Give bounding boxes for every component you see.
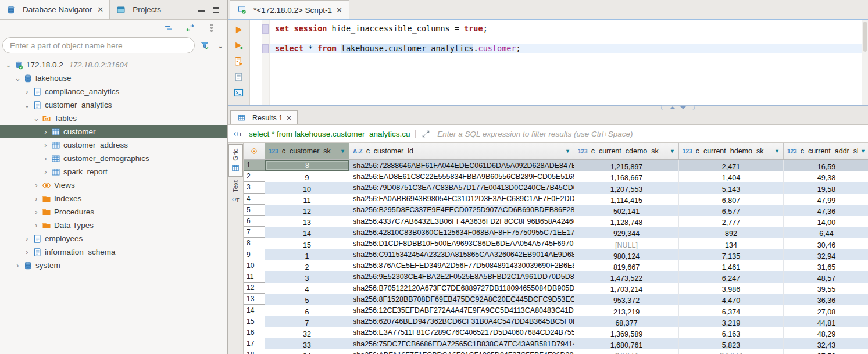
- grid-cell[interactable]: 819,667: [574, 260, 679, 271]
- explain-plan-icon[interactable]: [234, 71, 244, 82]
- minimize-icon[interactable]: [198, 10, 205, 12]
- tree-item-customer-analytics[interactable]: ⌄customer_analytics: [0, 98, 227, 112]
- grid-cell[interactable]: 2: [265, 260, 349, 271]
- sort-dropdown-icon[interactable]: ▼: [670, 148, 675, 154]
- grid-cell[interactable]: 1,473,522: [574, 271, 679, 283]
- grid-cell[interactable]: 48,57: [784, 271, 868, 283]
- grid-cell[interactable]: 47,99: [784, 194, 868, 205]
- grid-cell[interactable]: 34: [265, 349, 349, 354]
- grid-cell[interactable]: 3: [265, 271, 349, 283]
- grid-cell[interactable]: 6,807: [679, 194, 784, 205]
- filter-expression-input[interactable]: Enter a SQL expression to filter results…: [437, 130, 864, 138]
- grid-cell[interactable]: 32: [265, 327, 349, 338]
- sash-collapse-handle[interactable]: [661, 105, 695, 110]
- grid-cell[interactable]: 1,207,553: [574, 182, 679, 193]
- tree-expander-icon[interactable]: ⌄: [13, 74, 23, 83]
- tree-expander-icon[interactable]: ›: [41, 127, 51, 136]
- grid-cell[interactable]: 1: [265, 249, 349, 260]
- grid-cell[interactable]: 33: [265, 338, 349, 349]
- grid-cell[interactable]: 4,470: [679, 294, 784, 305]
- row-number[interactable]: 13: [244, 294, 265, 305]
- close-icon[interactable]: ✕: [336, 6, 342, 15]
- tree-item-tables[interactable]: ⌄Tables: [0, 112, 227, 125]
- tree-expander-icon[interactable]: ›: [31, 208, 41, 216]
- grid-cell[interactable]: 27,08: [784, 305, 868, 316]
- row-number[interactable]: 1: [244, 160, 265, 171]
- grid-cell[interactable]: 11: [265, 194, 349, 205]
- tree-item-lakehouse[interactable]: ⌄lakehouse: [0, 71, 227, 85]
- tree-item-system[interactable]: ›system: [0, 259, 227, 272]
- execute-script-icon[interactable]: [234, 56, 244, 66]
- tree-expander-icon[interactable]: ›: [31, 194, 41, 203]
- sql-code-area[interactable]: set session hide_inaccessible_columns = …: [250, 20, 868, 105]
- grid-cell[interactable]: [NULL]: [574, 349, 679, 354]
- grid-cell[interactable]: 6,247: [679, 271, 784, 283]
- grid-cell[interactable]: 5: [265, 294, 349, 305]
- sort-dropdown-icon[interactable]: ▼: [774, 148, 780, 154]
- grid-cell[interactable]: 1,461: [679, 260, 784, 271]
- grid-cell[interactable]: sha256:C9115342454A2323DA815865CAA326064…: [349, 249, 574, 260]
- grid-cell[interactable]: 9: [265, 171, 349, 182]
- sort-dropdown-icon[interactable]: ▼: [860, 148, 866, 154]
- tree-item-customer-address[interactable]: ›customer_address: [0, 138, 227, 152]
- grid-cell[interactable]: sha256:D1CDF8DBB10F500EA9693C86DE6DEAA05…: [349, 238, 574, 249]
- grid-cell[interactable]: sha256:B705122120A673FC7DE6889727DB11809…: [349, 283, 574, 294]
- grid-cell[interactable]: 14,00: [784, 216, 868, 227]
- grid-cell[interactable]: 2,471: [679, 160, 784, 171]
- grid-cell[interactable]: 7,135: [679, 249, 784, 260]
- grid-cell[interactable]: 68,377: [574, 316, 679, 327]
- grid-cell[interactable]: 31,65: [784, 260, 868, 271]
- grid-cell[interactable]: 953,372: [574, 294, 679, 305]
- grid-cell[interactable]: sha256:42810C83B0360CE125634F068BAF8FF75…: [349, 227, 574, 238]
- tree-item-views[interactable]: ›Views: [0, 178, 227, 192]
- tree-expander-icon[interactable]: ›: [22, 234, 32, 243]
- grid-cell[interactable]: 39,55: [784, 283, 868, 294]
- grid-cell[interactable]: 7: [265, 316, 349, 327]
- grid-cell[interactable]: sha256:E3A77511F81C7289C76C4065217D5D406…: [349, 327, 574, 338]
- row-number[interactable]: 11: [244, 271, 265, 283]
- open-sql-console-icon[interactable]: [234, 87, 244, 98]
- editor-scrollbar[interactable]: [862, 20, 868, 105]
- grid-cell[interactable]: 19,58: [784, 182, 868, 193]
- column-header-c_current_hdemo_sk[interactable]: 123c_current_hdemo_sk▼: [679, 143, 784, 159]
- grid-cell[interactable]: [NULL]: [679, 349, 784, 354]
- tree-expander-icon[interactable]: ⌄: [22, 101, 32, 109]
- tree-expander-icon[interactable]: ›: [41, 154, 51, 163]
- grid-cell[interactable]: 1,215,897: [574, 160, 679, 171]
- column-header-c_current_cdemo_sk[interactable]: 123c_current_cdemo_sk▼: [574, 143, 679, 159]
- grid-cell[interactable]: sha256:12CE35EFDABF272A4A47E9FA9CC5D4113…: [349, 305, 574, 316]
- link-with-editor-icon[interactable]: [185, 23, 195, 33]
- grid-cell[interactable]: 47,36: [784, 205, 868, 216]
- tree-expander-icon[interactable]: ›: [22, 248, 32, 256]
- grid-cell[interactable]: 5,143: [679, 182, 784, 193]
- grid-cell[interactable]: 14: [265, 227, 349, 238]
- grid-cell[interactable]: 929,344: [574, 227, 679, 238]
- tree-expander-icon[interactable]: ›: [41, 141, 51, 149]
- tree-expander-icon[interactable]: ⌄: [31, 114, 41, 123]
- filter-funnel-icon[interactable]: [199, 41, 210, 50]
- collapse-up-icon[interactable]: [670, 106, 676, 109]
- grid-cell[interactable]: 36,36: [784, 294, 868, 305]
- row-number[interactable]: 8: [244, 238, 265, 249]
- execute-new-tab-icon[interactable]: [234, 40, 244, 51]
- maximize-icon[interactable]: [213, 7, 219, 13]
- grid-cell[interactable]: sha256:B295D8FC337E9E4FECD0725D907ACD6B6…: [349, 205, 574, 216]
- presentation-tab-grid[interactable]: Grid: [228, 144, 243, 177]
- tree-expander-icon[interactable]: ›: [13, 261, 23, 270]
- grid-cell[interactable]: 15: [265, 238, 349, 249]
- tab-database-navigator[interactable]: Database Navigator ✕: [0, 0, 110, 19]
- grid-cell[interactable]: 32,43: [784, 338, 868, 349]
- grid-cell[interactable]: 980,124: [574, 249, 679, 260]
- row-number[interactable]: 14: [244, 305, 265, 316]
- grid-cell[interactable]: 1,703,214: [574, 283, 679, 294]
- grid-cell[interactable]: 1,369,589: [574, 327, 679, 338]
- row-number[interactable]: 6: [244, 216, 265, 227]
- grid-cell[interactable]: 1,404: [679, 171, 784, 182]
- close-icon[interactable]: ✕: [97, 5, 103, 14]
- column-header-c_customer_sk[interactable]: 123c_customer_sk▼: [265, 143, 349, 159]
- expand-icon[interactable]: [420, 129, 431, 138]
- tree-expander-icon[interactable]: ›: [22, 87, 32, 96]
- row-number[interactable]: 5: [244, 205, 265, 216]
- grid-cell[interactable]: sha256:72888646ABF61FA044EDEC061D6DA5A09…: [349, 160, 574, 171]
- grid-cell[interactable]: 213,219: [574, 305, 679, 316]
